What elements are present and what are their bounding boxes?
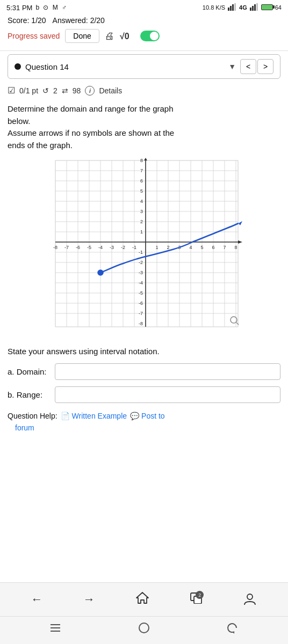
- written-example-text: Written Example: [72, 412, 127, 420]
- user-button[interactable]: [237, 591, 262, 608]
- interval-notation-label: State your answers using interval notati…: [8, 347, 160, 356]
- sync-icon: ⇄: [62, 86, 68, 95]
- home-button[interactable]: [130, 589, 155, 610]
- svg-text:3: 3: [140, 209, 143, 214]
- svg-text:-5: -5: [139, 290, 143, 296]
- time: 5:31 PM: [6, 4, 32, 12]
- svg-rect-4: [250, 8, 251, 11]
- forward-button[interactable]: →: [78, 590, 100, 609]
- svg-text:-2: -2: [121, 245, 125, 250]
- range-input[interactable]: [55, 386, 280, 403]
- svg-point-92: [139, 623, 149, 633]
- info-icon[interactable]: i: [85, 86, 95, 96]
- forum-link[interactable]: forum: [8, 423, 288, 435]
- question-selector[interactable]: Question 14 ▼ < >: [8, 54, 280, 79]
- prev-question-button[interactable]: <: [240, 59, 256, 74]
- print-icon[interactable]: 🖨: [105, 31, 114, 42]
- svg-text:-8: -8: [53, 245, 57, 250]
- svg-text:-3: -3: [139, 270, 143, 275]
- nav-buttons: < >: [240, 59, 273, 74]
- svg-text:-3: -3: [110, 245, 114, 250]
- data-speed: 10.8 K/S: [203, 4, 225, 11]
- details-link[interactable]: Details: [99, 86, 122, 95]
- svg-marker-48: [144, 158, 147, 160]
- back2-button[interactable]: [219, 620, 246, 639]
- svg-text:8: 8: [140, 158, 143, 163]
- circle-button[interactable]: [131, 620, 157, 639]
- next-question-button[interactable]: >: [257, 59, 273, 74]
- svg-text:-4: -4: [139, 280, 143, 286]
- domain-label: a. Domain:: [8, 367, 51, 376]
- bottom-nav: ← → 2: [0, 582, 288, 644]
- battery-percent: 64: [275, 4, 282, 11]
- chevron-down-icon[interactable]: ▼: [228, 62, 236, 71]
- svg-text:1: 1: [155, 245, 158, 250]
- question-help: Question Help: 📄 Written Example 💬 Post …: [0, 406, 288, 423]
- post-to-text: Post to: [141, 412, 165, 420]
- written-example-link[interactable]: 📄 Written Example: [61, 412, 127, 420]
- home-icon: [135, 591, 149, 608]
- battery-icon: [261, 4, 273, 10]
- svg-text:-6: -6: [76, 245, 80, 250]
- svg-marker-47: [238, 240, 242, 244]
- windows-icon-wrapper: 2: [190, 592, 203, 607]
- question-line2: below.: [8, 116, 31, 126]
- signal-4g-1: [227, 3, 237, 12]
- document-icon: 📄: [61, 412, 70, 420]
- svg-point-88: [247, 594, 253, 599]
- svg-rect-9: [55, 160, 238, 327]
- back-button[interactable]: ←: [26, 590, 48, 609]
- svg-rect-5: [252, 6, 254, 11]
- math-graph: -8 -7 -6 -5 -4 -3 -2 -1 1 2 3 4 5 6 7 8 …: [8, 158, 280, 340]
- svg-text:-2: -2: [139, 260, 143, 265]
- svg-text:4: 4: [140, 199, 143, 204]
- question-line1: Determine the domain and range for the g…: [8, 104, 174, 113]
- retries-count: 2: [53, 86, 57, 95]
- score-bar: Score: 1/20 Answered: 2/20: [0, 14, 288, 27]
- post-to-forum-link[interactable]: 💬 Post to: [130, 412, 165, 420]
- svg-point-82: [98, 270, 103, 275]
- toggle-switch[interactable]: [140, 31, 160, 41]
- svg-marker-85: [136, 592, 148, 603]
- svg-rect-0: [228, 8, 229, 11]
- menu-button[interactable]: [42, 621, 69, 638]
- svg-text:2: 2: [140, 219, 143, 224]
- svg-rect-2: [232, 4, 234, 11]
- range-row: b. Range:: [0, 383, 288, 406]
- svg-rect-3: [234, 3, 236, 11]
- svg-text:1: 1: [140, 229, 143, 235]
- points-row: ☑ 0/1 pt ↺ 2 ⇄ 98 i Details: [0, 82, 288, 99]
- divider-1: [0, 50, 288, 51]
- svg-text:4: 4: [189, 245, 192, 250]
- refresh-icon[interactable]: ↺: [42, 86, 49, 95]
- question-line4: ends of the graph.: [8, 141, 73, 150]
- svg-text:-5: -5: [87, 245, 91, 250]
- question-dot: [15, 63, 21, 70]
- svg-text:8: 8: [234, 245, 237, 250]
- domain-input[interactable]: [55, 363, 280, 380]
- svg-text:√0: √0: [120, 32, 129, 41]
- checkbox-icon: ☑: [8, 85, 15, 96]
- svg-text:-1: -1: [139, 250, 143, 255]
- range-label: b. Range:: [8, 390, 51, 399]
- battery-container: [261, 4, 273, 11]
- svg-text:7: 7: [223, 245, 226, 250]
- domain-row: a. Domain:: [0, 360, 288, 383]
- progress-saved-label: Progress saved: [8, 32, 60, 40]
- done-button[interactable]: Done: [65, 29, 99, 43]
- svg-rect-7: [256, 3, 258, 11]
- back-icon: ←: [31, 592, 43, 606]
- svg-text:-8: -8: [139, 321, 143, 326]
- help-label: Question Help:: [8, 412, 57, 420]
- signal-4g-2: 4G: [239, 4, 247, 11]
- question-line3: Assume arrows if no symbols are shown at…: [8, 128, 174, 137]
- svg-marker-81: [239, 221, 242, 225]
- chat-icon: 💬: [130, 412, 139, 420]
- windows-button[interactable]: 2: [184, 590, 208, 609]
- graph-container: -8 -7 -6 -5 -4 -3 -2 -1 1 2 3 4 5 6 7 8 …: [8, 158, 280, 340]
- svg-rect-6: [254, 4, 256, 11]
- status-icons: b ⊙ M ♂: [35, 4, 68, 11]
- svg-text:5: 5: [140, 188, 143, 194]
- question-text: Determine the domain and range for the g…: [0, 99, 288, 153]
- bottom-nav-bottom: [0, 616, 288, 644]
